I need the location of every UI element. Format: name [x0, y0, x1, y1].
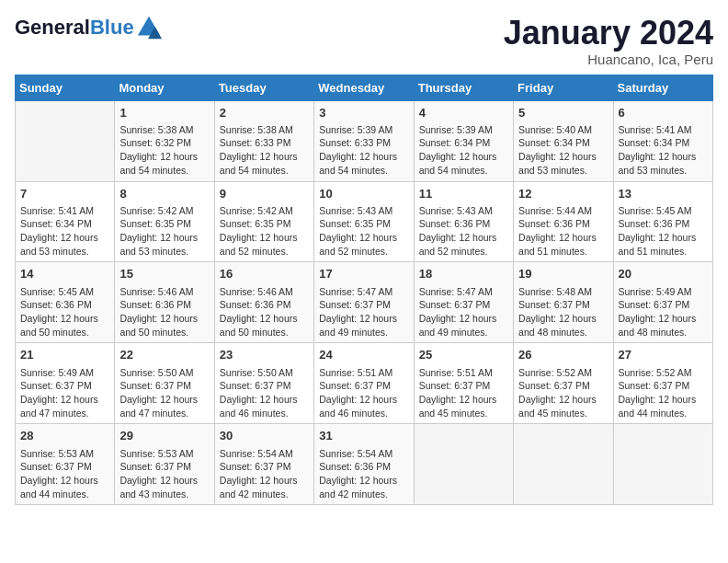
- day-info: Sunrise: 5:38 AMSunset: 6:33 PMDaylight:…: [220, 123, 309, 178]
- day-info: Sunrise: 5:48 AMSunset: 6:37 PMDaylight:…: [518, 285, 608, 339]
- day-info: Sunrise: 5:47 AMSunset: 6:37 PMDaylight:…: [419, 285, 508, 339]
- day-info: Sunrise: 5:41 AMSunset: 6:34 PMDaylight:…: [619, 123, 708, 178]
- day-number: 9: [220, 186, 309, 202]
- calendar-cell: 11Sunrise: 5:43 AMSunset: 6:36 PMDayligh…: [414, 181, 513, 262]
- calendar-week-row: 1Sunrise: 5:38 AMSunset: 6:32 PMDaylight…: [16, 100, 713, 181]
- day-number: 26: [518, 347, 608, 363]
- logo-icon: [136, 15, 162, 40]
- location: Huancano, Ica, Peru: [504, 52, 713, 67]
- day-header-thursday: Thursday: [414, 75, 513, 100]
- calendar-cell: [16, 100, 115, 181]
- day-info: Sunrise: 5:39 AMSunset: 6:34 PMDaylight:…: [419, 123, 508, 178]
- calendar-cell: 8Sunrise: 5:42 AMSunset: 6:35 PMDaylight…: [115, 181, 214, 262]
- calendar-cell: 27Sunrise: 5:52 AMSunset: 6:37 PMDayligh…: [613, 343, 712, 424]
- calendar-cell: 3Sunrise: 5:39 AMSunset: 6:33 PMDaylight…: [314, 100, 414, 181]
- page-header: GeneralBlue January 2024 Huancano, Ica, …: [15, 15, 713, 67]
- day-number: 22: [119, 347, 209, 363]
- day-info: Sunrise: 5:38 AMSunset: 6:32 PMDaylight:…: [119, 123, 209, 178]
- day-info: Sunrise: 5:39 AMSunset: 6:33 PMDaylight:…: [319, 123, 408, 178]
- day-number: 17: [319, 266, 408, 282]
- day-info: Sunrise: 5:53 AMSunset: 6:37 PMDaylight:…: [20, 447, 109, 501]
- day-info: Sunrise: 5:50 AMSunset: 6:37 PMDaylight:…: [220, 366, 309, 420]
- calendar-cell: 5Sunrise: 5:40 AMSunset: 6:34 PMDaylight…: [514, 100, 613, 181]
- day-header-saturday: Saturday: [613, 75, 712, 100]
- day-number: 13: [619, 186, 708, 202]
- day-info: Sunrise: 5:53 AMSunset: 6:37 PMDaylight:…: [119, 447, 209, 501]
- calendar-cell: 23Sunrise: 5:50 AMSunset: 6:37 PMDayligh…: [214, 343, 313, 424]
- day-info: Sunrise: 5:49 AMSunset: 6:37 PMDaylight:…: [619, 285, 708, 339]
- day-info: Sunrise: 5:50 AMSunset: 6:37 PMDaylight:…: [119, 366, 209, 420]
- day-header-friday: Friday: [514, 75, 613, 100]
- calendar-cell: 12Sunrise: 5:44 AMSunset: 6:36 PMDayligh…: [514, 181, 613, 262]
- logo-text: GeneralBlue: [15, 17, 134, 39]
- day-number: 2: [220, 105, 309, 121]
- day-number: 7: [20, 186, 109, 202]
- calendar-cell: 14Sunrise: 5:45 AMSunset: 6:36 PMDayligh…: [16, 262, 115, 343]
- calendar-week-row: 28Sunrise: 5:53 AMSunset: 6:37 PMDayligh…: [16, 424, 713, 505]
- calendar-cell: 2Sunrise: 5:38 AMSunset: 6:33 PMDaylight…: [214, 100, 313, 181]
- calendar-cell: 1Sunrise: 5:38 AMSunset: 6:32 PMDaylight…: [115, 100, 214, 181]
- calendar-cell: 22Sunrise: 5:50 AMSunset: 6:37 PMDayligh…: [115, 343, 214, 424]
- calendar-body: 1Sunrise: 5:38 AMSunset: 6:32 PMDaylight…: [16, 100, 713, 505]
- calendar-cell: 31Sunrise: 5:54 AMSunset: 6:36 PMDayligh…: [314, 424, 414, 505]
- day-number: 23: [220, 347, 309, 363]
- calendar-cell: 21Sunrise: 5:49 AMSunset: 6:37 PMDayligh…: [16, 343, 115, 424]
- day-info: Sunrise: 5:45 AMSunset: 6:36 PMDaylight:…: [619, 204, 708, 259]
- day-header-tuesday: Tuesday: [214, 75, 313, 100]
- day-number: 30: [220, 428, 309, 444]
- title-block: January 2024 Huancano, Ica, Peru: [504, 15, 713, 67]
- day-number: 24: [319, 347, 408, 363]
- day-number: 18: [419, 266, 508, 282]
- calendar-cell: 17Sunrise: 5:47 AMSunset: 6:37 PMDayligh…: [314, 262, 414, 343]
- day-number: 19: [518, 266, 608, 282]
- calendar-cell: [613, 424, 712, 505]
- day-header-sunday: Sunday: [16, 75, 115, 100]
- day-info: Sunrise: 5:52 AMSunset: 6:37 PMDaylight:…: [619, 366, 708, 420]
- calendar-cell: 7Sunrise: 5:41 AMSunset: 6:34 PMDaylight…: [16, 181, 115, 262]
- day-info: Sunrise: 5:52 AMSunset: 6:37 PMDaylight:…: [518, 366, 608, 420]
- day-number: 31: [319, 428, 408, 444]
- calendar-cell: 6Sunrise: 5:41 AMSunset: 6:34 PMDaylight…: [613, 100, 712, 181]
- day-number: 21: [20, 347, 109, 363]
- day-number: 3: [319, 105, 408, 121]
- calendar-cell: 16Sunrise: 5:46 AMSunset: 6:36 PMDayligh…: [214, 262, 313, 343]
- calendar-cell: 29Sunrise: 5:53 AMSunset: 6:37 PMDayligh…: [115, 424, 214, 505]
- day-info: Sunrise: 5:49 AMSunset: 6:37 PMDaylight:…: [20, 366, 109, 420]
- day-number: 12: [518, 186, 608, 202]
- calendar-cell: [514, 424, 613, 505]
- day-header-wednesday: Wednesday: [314, 75, 414, 100]
- day-info: Sunrise: 5:47 AMSunset: 6:37 PMDaylight:…: [319, 285, 408, 339]
- day-info: Sunrise: 5:42 AMSunset: 6:35 PMDaylight:…: [119, 204, 209, 259]
- calendar-cell: 18Sunrise: 5:47 AMSunset: 6:37 PMDayligh…: [414, 262, 513, 343]
- day-info: Sunrise: 5:42 AMSunset: 6:35 PMDaylight:…: [220, 204, 309, 259]
- day-info: Sunrise: 5:44 AMSunset: 6:36 PMDaylight:…: [518, 204, 608, 259]
- month-title: January 2024: [504, 15, 713, 52]
- day-info: Sunrise: 5:51 AMSunset: 6:37 PMDaylight:…: [419, 366, 508, 420]
- calendar-cell: 15Sunrise: 5:46 AMSunset: 6:36 PMDayligh…: [115, 262, 214, 343]
- calendar-cell: 19Sunrise: 5:48 AMSunset: 6:37 PMDayligh…: [514, 262, 613, 343]
- calendar-week-row: 21Sunrise: 5:49 AMSunset: 6:37 PMDayligh…: [16, 343, 713, 424]
- day-info: Sunrise: 5:41 AMSunset: 6:34 PMDaylight:…: [20, 204, 109, 259]
- day-number: 5: [518, 105, 608, 121]
- day-number: 15: [119, 266, 209, 282]
- logo: GeneralBlue: [15, 15, 162, 40]
- day-info: Sunrise: 5:46 AMSunset: 6:36 PMDaylight:…: [220, 285, 309, 339]
- calendar-week-row: 14Sunrise: 5:45 AMSunset: 6:36 PMDayligh…: [16, 262, 713, 343]
- day-info: Sunrise: 5:54 AMSunset: 6:36 PMDaylight:…: [319, 447, 408, 501]
- day-number: 29: [119, 428, 209, 444]
- calendar-cell: 28Sunrise: 5:53 AMSunset: 6:37 PMDayligh…: [16, 424, 115, 505]
- day-number: 25: [419, 347, 508, 363]
- calendar-header-row: SundayMondayTuesdayWednesdayThursdayFrid…: [16, 75, 713, 100]
- calendar-table: SundayMondayTuesdayWednesdayThursdayFrid…: [15, 75, 713, 506]
- calendar-week-row: 7Sunrise: 5:41 AMSunset: 6:34 PMDaylight…: [16, 181, 713, 262]
- calendar-cell: 10Sunrise: 5:43 AMSunset: 6:35 PMDayligh…: [314, 181, 414, 262]
- day-number: 1: [119, 105, 209, 121]
- day-info: Sunrise: 5:43 AMSunset: 6:36 PMDaylight:…: [419, 204, 508, 259]
- calendar-cell: 13Sunrise: 5:45 AMSunset: 6:36 PMDayligh…: [613, 181, 712, 262]
- calendar-cell: 4Sunrise: 5:39 AMSunset: 6:34 PMDaylight…: [414, 100, 513, 181]
- calendar-cell: 20Sunrise: 5:49 AMSunset: 6:37 PMDayligh…: [613, 262, 712, 343]
- calendar-cell: 25Sunrise: 5:51 AMSunset: 6:37 PMDayligh…: [414, 343, 513, 424]
- day-number: 8: [119, 186, 209, 202]
- day-info: Sunrise: 5:40 AMSunset: 6:34 PMDaylight:…: [518, 123, 608, 178]
- calendar-cell: 26Sunrise: 5:52 AMSunset: 6:37 PMDayligh…: [514, 343, 613, 424]
